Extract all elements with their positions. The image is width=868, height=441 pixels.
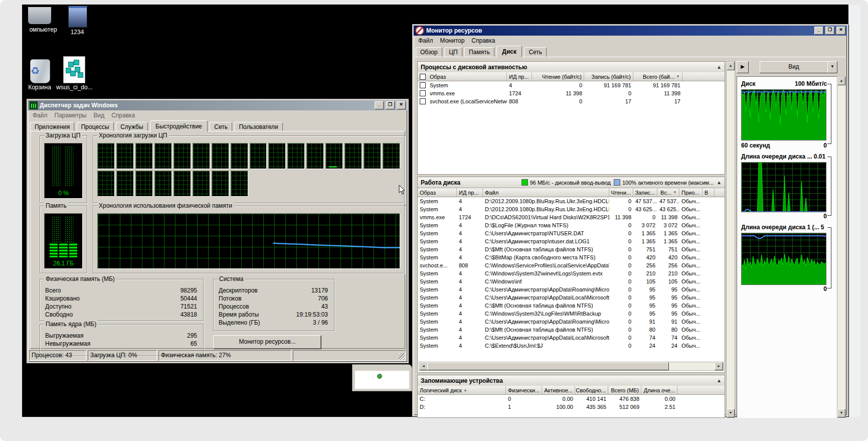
table-row[interactable]: System4C:\$Extend\$UsnJrnl:$J02424Обыч..… (418, 342, 725, 350)
resource-monitor-titlebar[interactable]: Монитор ресурсов _ ❐ ✕ (414, 26, 847, 36)
checkbox[interactable] (420, 74, 426, 80)
scroll-up-icon[interactable]: ▲ (837, 77, 845, 85)
close-button[interactable]: ✕ (397, 101, 406, 109)
table-row[interactable]: System4D:\$Mft (Основная таблица файлов … (418, 245, 725, 253)
tab-applications[interactable]: Приложения (30, 122, 74, 132)
desktop-icon-wsus[interactable]: wsus_ci_do... (56, 84, 92, 91)
scroll-up-icon[interactable]: ▲ (727, 62, 735, 70)
table-row[interactable]: System4C:\Windows\inf0105105Обыч... (418, 277, 725, 285)
menu-help[interactable]: Справка (468, 36, 498, 45)
collapse-icon[interactable]: ▲ (717, 378, 722, 383)
collapse-icon[interactable]: ▲ (717, 64, 722, 70)
scroll-right-icon[interactable]: ► (715, 362, 723, 370)
table-row[interactable]: System4C:\$Mft (Основная таблица файлов … (418, 302, 725, 310)
tab-memory[interactable]: Память (464, 47, 494, 57)
column-header[interactable]: Активное... (542, 386, 575, 394)
view-dropdown-icon[interactable]: ▼ (827, 61, 837, 73)
table-row[interactable]: System4C:\Users\Администратор\ntuser.dat… (418, 237, 725, 245)
table-row[interactable]: System4C:\Users\Администратор\AppData\Ro… (418, 318, 725, 326)
checkbox[interactable] (420, 98, 426, 104)
table-row[interactable]: C:00.00410 141476 8380.00 (418, 395, 725, 403)
scroll-down-icon[interactable]: ▼ (837, 409, 845, 417)
checkbox[interactable] (420, 82, 426, 88)
column-header[interactable]: Образ (418, 188, 457, 197)
wsus-file-icon[interactable] (63, 56, 85, 83)
menu-file[interactable]: Файл (415, 36, 437, 45)
menu-options[interactable]: Параметры (51, 111, 90, 120)
section-header[interactable]: Работа диска 96 МБ/с - дисковый ввод-выв… (418, 177, 725, 188)
maximize-button[interactable]: ❐ (825, 27, 834, 35)
minimize-button[interactable]: _ (814, 27, 823, 35)
checkbox[interactable] (420, 90, 426, 96)
horizontal-scrollbar[interactable]: ◄ ► (419, 362, 724, 371)
computer-icon[interactable] (28, 7, 51, 24)
column-header[interactable]: Всего (бай...▼ (633, 72, 682, 81)
collapse-icon[interactable]: ▲ (717, 180, 722, 185)
close-button[interactable]: ✕ (836, 27, 845, 35)
desktop-icon-1234[interactable]: 1234 (65, 29, 89, 36)
column-header[interactable]: ИД пр... (507, 72, 532, 81)
tab-services[interactable]: Службы (116, 122, 147, 132)
maximize-button[interactable]: ❐ (386, 101, 395, 109)
column-header[interactable]: Свободно... (575, 386, 608, 394)
table-row[interactable]: System4C:\$BitMap (Карта свободного мест… (418, 253, 725, 261)
vertical-scrollbar[interactable]: ▲ ▼ (726, 61, 735, 418)
column-header[interactable]: ИД пр... (457, 188, 483, 197)
tab-network[interactable]: Сеть (524, 47, 547, 57)
column-header[interactable]: Чтени... (609, 188, 633, 197)
column-header[interactable]: Длина оче... (641, 386, 677, 394)
tab-cpu[interactable]: ЦП (444, 47, 462, 57)
table-row[interactable]: D:1100.00435 365512 0692.51 (418, 403, 725, 411)
column-header[interactable]: Запись (байт/с) (584, 72, 633, 81)
tab-overview[interactable]: Обзор (416, 47, 442, 57)
section-header[interactable]: Процессы с дисковой активностью ▲ (418, 62, 725, 73)
scroll-left-icon[interactable]: ◄ (419, 362, 428, 370)
table-row[interactable]: svchost.exe (LocalServiceNetwo...8080171… (418, 97, 725, 105)
table-row[interactable]: System4C:\Users\Администратор\AppData\Lo… (418, 334, 725, 342)
table-row[interactable]: System4D:\$Mft (Основная таблица файлов … (418, 326, 725, 334)
task-manager-titlebar[interactable]: Диспетчер задач Windows _ ❐ ✕ (28, 100, 407, 110)
tab-users[interactable]: Пользователи (234, 122, 282, 132)
table-row[interactable]: System4C:\Users\Администратор\AppData\Ro… (418, 285, 725, 293)
table-row[interactable]: svchost.e...808C:\Windows\ServiceProfile… (418, 261, 725, 269)
resource-monitor-button[interactable]: Монитор ресурсов... (213, 335, 321, 349)
table-row[interactable]: System4C:\Windows\System32\winevt\Logs\S… (418, 269, 725, 277)
menu-view[interactable]: Вид (90, 111, 108, 120)
panel-vertical-scrollbar[interactable]: ▲ ▼ (837, 76, 846, 418)
table-row[interactable]: vmms.exe172411 398011 398 (418, 89, 725, 97)
column-header[interactable]: Чтение (байт/с) (532, 72, 584, 81)
column-header[interactable]: Файл (483, 188, 609, 197)
table-row[interactable]: System4C:\Users\Администратор\AppData\Lo… (418, 293, 725, 302)
column-header[interactable]: Вс...▼ (657, 188, 679, 197)
desktop-icon-recycle-bin[interactable]: Корзина (25, 84, 54, 91)
table-row[interactable]: System4D:\2012.2009.1080p.BluRay.Rus.Ukr… (418, 197, 725, 205)
column-header[interactable]: В (703, 188, 715, 197)
recycle-bin-icon[interactable]: ♻ (30, 59, 50, 83)
menu-file[interactable]: Файл (29, 111, 51, 120)
column-header[interactable]: Образ (428, 72, 507, 81)
tab-network[interactable]: Сеть (210, 122, 232, 132)
table-row[interactable]: System4C:\Windows\System32\LogFiles\WMI\… (418, 310, 725, 318)
vm-file-icon[interactable] (68, 6, 87, 28)
desktop-icon-computer[interactable]: омпьютер (22, 26, 64, 33)
table-row[interactable]: System4091 169 78191 169 781 (418, 81, 725, 89)
menu-monitor[interactable]: Монитор (437, 36, 468, 45)
view-button[interactable]: Вид (760, 61, 828, 73)
column-header[interactable]: Физически... (506, 386, 542, 394)
table-row[interactable]: System4D:\$LogFile (Журнал тома NTFS)03 … (418, 221, 725, 229)
tab-disk[interactable]: Диск (496, 46, 522, 57)
table-row[interactable]: System4D:\2012.2009.1080p.BluRay.Rus.Ukr… (418, 205, 725, 213)
menu-help[interactable]: Справка (108, 111, 138, 120)
column-header[interactable]: Всего (МБ) (608, 386, 641, 394)
section-header[interactable]: Запоминающие устройства ▲ (418, 375, 725, 386)
minimize-button[interactable]: _ (375, 101, 384, 109)
scroll-down-icon[interactable]: ▼ (727, 409, 735, 417)
scrollbar-thumb[interactable] (427, 362, 669, 370)
expand-panel-icon[interactable]: ▶ (737, 61, 749, 73)
table-row[interactable]: vmms.exe1724D:\DCs\ADS62001\Virtual Hard… (418, 213, 725, 221)
column-header[interactable]: Запис... (633, 188, 657, 197)
tab-processes[interactable]: Процессы (77, 122, 114, 132)
tab-performance[interactable]: Быстродействие (150, 120, 208, 132)
table-row[interactable]: System4C:\Users\Администратор\NTUSER.DAT… (418, 229, 725, 237)
column-header[interactable]: Прио... (679, 188, 703, 197)
